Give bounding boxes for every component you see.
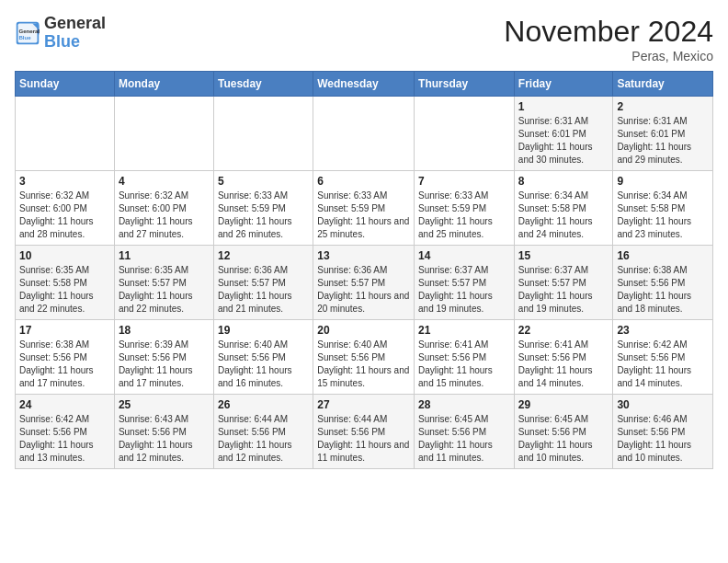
day-number: 18 [119,324,210,337]
logo-icon: General Blue [15,20,40,46]
day-cell [415,97,515,171]
svg-text:General: General [18,28,40,34]
day-number: 26 [218,398,309,411]
day-cell [213,97,313,171]
week-row-4: 17Sunrise: 6:38 AM Sunset: 5:56 PM Dayli… [16,320,713,395]
header-saturday: Saturday [613,72,713,97]
day-cell [16,97,115,171]
day-number: 25 [119,398,210,411]
day-info: Sunrise: 6:34 AM Sunset: 5:58 PM Dayligh… [617,190,709,241]
svg-text:Blue: Blue [18,34,31,40]
day-cell: 2Sunrise: 6:31 AM Sunset: 6:01 PM Daylig… [613,97,713,171]
day-info: Sunrise: 6:44 AM Sunset: 5:56 PM Dayligh… [317,413,410,465]
day-info: Sunrise: 6:31 AM Sunset: 6:01 PM Dayligh… [518,115,609,167]
day-number: 12 [218,249,309,262]
day-info: Sunrise: 6:35 AM Sunset: 5:58 PM Dayligh… [19,264,110,316]
header-friday: Friday [514,72,613,97]
day-number: 16 [617,249,709,262]
day-info: Sunrise: 6:35 AM Sunset: 5:57 PM Dayligh… [119,264,210,316]
location: Peras, Mexico [504,49,713,63]
day-number: 7 [418,175,510,188]
day-info: Sunrise: 6:39 AM Sunset: 5:56 PM Dayligh… [119,339,210,390]
day-cell: 9Sunrise: 6:34 AM Sunset: 5:58 PM Daylig… [613,171,713,246]
day-cell: 3Sunrise: 6:32 AM Sunset: 6:00 PM Daylig… [16,171,115,246]
day-number: 1 [518,100,609,113]
day-number: 6 [317,175,410,188]
day-number: 28 [418,398,510,411]
page-header: General Blue General Blue November 2024 … [15,15,713,63]
day-cell: 25Sunrise: 6:43 AM Sunset: 5:56 PM Dayli… [114,395,213,469]
day-cell: 22Sunrise: 6:41 AM Sunset: 5:56 PM Dayli… [514,320,613,395]
day-number: 14 [418,249,510,262]
day-number: 2 [617,100,709,113]
day-info: Sunrise: 6:32 AM Sunset: 6:00 PM Dayligh… [119,190,210,241]
day-cell: 21Sunrise: 6:41 AM Sunset: 5:56 PM Dayli… [415,320,515,395]
day-info: Sunrise: 6:42 AM Sunset: 5:56 PM Dayligh… [617,339,709,390]
day-number: 30 [617,398,709,411]
day-cell: 23Sunrise: 6:42 AM Sunset: 5:56 PM Dayli… [613,320,713,395]
header-monday: Monday [114,72,213,97]
day-number: 19 [218,324,309,337]
day-cell: 15Sunrise: 6:37 AM Sunset: 5:57 PM Dayli… [514,246,613,320]
header-tuesday: Tuesday [213,72,313,97]
day-info: Sunrise: 6:38 AM Sunset: 5:56 PM Dayligh… [19,339,110,390]
day-number: 9 [617,175,709,188]
day-cell: 5Sunrise: 6:33 AM Sunset: 5:59 PM Daylig… [213,171,313,246]
day-cell: 13Sunrise: 6:36 AM Sunset: 5:57 PM Dayli… [313,246,415,320]
day-number: 3 [19,175,110,188]
header-sunday: Sunday [16,72,115,97]
day-cell: 10Sunrise: 6:35 AM Sunset: 5:58 PM Dayli… [16,246,115,320]
day-number: 24 [19,398,110,411]
day-number: 4 [119,175,210,188]
day-info: Sunrise: 6:38 AM Sunset: 5:56 PM Dayligh… [617,264,709,316]
day-cell: 12Sunrise: 6:36 AM Sunset: 5:57 PM Dayli… [213,246,313,320]
month-title: November 2024 [504,15,713,49]
day-info: Sunrise: 6:32 AM Sunset: 6:00 PM Dayligh… [19,190,110,241]
day-info: Sunrise: 6:41 AM Sunset: 5:56 PM Dayligh… [418,339,510,390]
day-info: Sunrise: 6:41 AM Sunset: 5:56 PM Dayligh… [518,339,609,390]
day-number: 5 [218,175,309,188]
day-info: Sunrise: 6:33 AM Sunset: 5:59 PM Dayligh… [418,190,510,241]
day-info: Sunrise: 6:36 AM Sunset: 5:57 PM Dayligh… [218,264,309,316]
day-number: 13 [317,249,410,262]
day-number: 15 [518,249,609,262]
day-cell: 27Sunrise: 6:44 AM Sunset: 5:56 PM Dayli… [313,395,415,469]
day-cell: 20Sunrise: 6:40 AM Sunset: 5:56 PM Dayli… [313,320,415,395]
day-info: Sunrise: 6:36 AM Sunset: 5:57 PM Dayligh… [317,264,410,316]
day-number: 10 [19,249,110,262]
day-cell: 7Sunrise: 6:33 AM Sunset: 5:59 PM Daylig… [415,171,515,246]
day-number: 23 [617,324,709,337]
day-cell: 16Sunrise: 6:38 AM Sunset: 5:56 PM Dayli… [613,246,713,320]
day-info: Sunrise: 6:34 AM Sunset: 5:58 PM Dayligh… [518,190,609,241]
day-cell: 8Sunrise: 6:34 AM Sunset: 5:58 PM Daylig… [514,171,613,246]
day-info: Sunrise: 6:37 AM Sunset: 5:57 PM Dayligh… [418,264,510,316]
day-cell: 11Sunrise: 6:35 AM Sunset: 5:57 PM Dayli… [114,246,213,320]
calendar-table: SundayMondayTuesdayWednesdayThursdayFrid… [15,71,713,469]
day-info: Sunrise: 6:46 AM Sunset: 5:56 PM Dayligh… [617,413,709,465]
day-info: Sunrise: 6:45 AM Sunset: 5:56 PM Dayligh… [518,413,609,465]
week-row-5: 24Sunrise: 6:42 AM Sunset: 5:56 PM Dayli… [16,395,713,469]
day-cell: 29Sunrise: 6:45 AM Sunset: 5:56 PM Dayli… [514,395,613,469]
day-info: Sunrise: 6:44 AM Sunset: 5:56 PM Dayligh… [218,413,309,465]
day-cell: 17Sunrise: 6:38 AM Sunset: 5:56 PM Dayli… [16,320,115,395]
logo-text: General Blue [44,15,106,52]
day-info: Sunrise: 6:40 AM Sunset: 5:56 PM Dayligh… [218,339,309,390]
day-number: 27 [317,398,410,411]
day-info: Sunrise: 6:33 AM Sunset: 5:59 PM Dayligh… [317,190,410,241]
header-thursday: Thursday [415,72,515,97]
calendar-header-row: SundayMondayTuesdayWednesdayThursdayFrid… [16,72,713,97]
day-cell: 26Sunrise: 6:44 AM Sunset: 5:56 PM Dayli… [213,395,313,469]
day-cell: 30Sunrise: 6:46 AM Sunset: 5:56 PM Dayli… [613,395,713,469]
week-row-3: 10Sunrise: 6:35 AM Sunset: 5:58 PM Dayli… [16,246,713,320]
day-info: Sunrise: 6:42 AM Sunset: 5:56 PM Dayligh… [19,413,110,465]
day-cell [114,97,213,171]
day-info: Sunrise: 6:33 AM Sunset: 5:59 PM Dayligh… [218,190,309,241]
day-cell [313,97,415,171]
day-cell: 24Sunrise: 6:42 AM Sunset: 5:56 PM Dayli… [16,395,115,469]
day-cell: 18Sunrise: 6:39 AM Sunset: 5:56 PM Dayli… [114,320,213,395]
day-cell: 4Sunrise: 6:32 AM Sunset: 6:00 PM Daylig… [114,171,213,246]
day-number: 20 [317,324,410,337]
day-info: Sunrise: 6:37 AM Sunset: 5:57 PM Dayligh… [518,264,609,316]
day-cell: 28Sunrise: 6:45 AM Sunset: 5:56 PM Dayli… [415,395,515,469]
day-number: 11 [119,249,210,262]
